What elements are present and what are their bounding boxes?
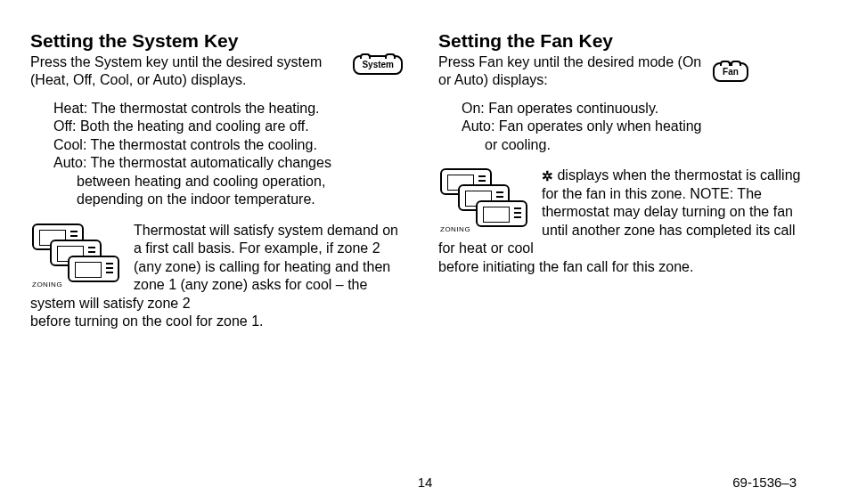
heading-fan-key: Setting the Fan Key bbox=[438, 30, 811, 52]
def-heat: Heat: The thermostat controls the heatin… bbox=[53, 100, 403, 118]
def-cool: Cool: The thermostat controls the coolin… bbox=[53, 136, 403, 154]
page-number: 14 bbox=[418, 475, 433, 490]
heading-system-key: Setting the System Key bbox=[30, 30, 403, 52]
def-auto-r-line1: Auto: Fan operates only when heating bbox=[462, 118, 811, 135]
zoning-paragraph-left: ZONING Thermostat will satisfy system de… bbox=[30, 222, 403, 331]
system-key-illustration: System bbox=[353, 55, 403, 75]
zoning-text-b-left: before turning on the cool for zone 1. bbox=[30, 313, 403, 330]
left-column: Setting the System Key Press the System … bbox=[30, 30, 403, 331]
zoning-paragraph-right: ZONING ✲ displays when the thermostat is… bbox=[438, 167, 811, 276]
two-column-layout: Setting the System Key Press the System … bbox=[30, 30, 811, 331]
fan-running-icon: ✲ bbox=[542, 167, 553, 184]
thermostat-icon bbox=[68, 256, 119, 282]
def-auto-line3: depending on the indoor temperature. bbox=[53, 191, 403, 208]
def-on: On: Fan operates continuously. bbox=[462, 100, 811, 118]
fan-key-label: Fan bbox=[713, 62, 748, 82]
intro-text-right: Press Fan key until the desired mode (On… bbox=[438, 53, 706, 89]
intro-row-right: Press Fan key until the desired mode (On… bbox=[438, 53, 811, 100]
definitions-right: On: Fan operates continuously. Auto: Fan… bbox=[438, 100, 811, 154]
def-off: Off: Both the heating and cooling are of… bbox=[53, 118, 403, 135]
zoning-icon-right: ZONING bbox=[440, 168, 533, 234]
definitions-left: Heat: The thermostat controls the heatin… bbox=[30, 100, 403, 209]
def-auto-line2: between heating and cooling operation, bbox=[53, 173, 403, 191]
intro-text-left: Press the System key until the desired s… bbox=[30, 53, 346, 89]
document-number: 69-1536–3 bbox=[732, 475, 797, 490]
def-auto-line1: Auto: The thermostat automatically chang… bbox=[53, 154, 403, 172]
system-key-label: System bbox=[353, 55, 403, 75]
right-column: Setting the Fan Key Press Fan key until … bbox=[438, 30, 811, 331]
zoning-label: ZONING bbox=[32, 280, 62, 289]
page: Setting the System Key Press the System … bbox=[0, 0, 850, 504]
intro-row-left: Press the System key until the desired s… bbox=[30, 53, 403, 100]
zoning-text-b-right: before initiating the fan call for this … bbox=[438, 258, 811, 276]
zoning-icon-left: ZONING bbox=[32, 224, 125, 289]
def-auto-r-line2: or cooling. bbox=[462, 136, 811, 154]
zoning-label: ZONING bbox=[440, 225, 470, 234]
page-footer: 14 69-1536–3 bbox=[0, 475, 850, 490]
thermostat-icon bbox=[476, 200, 527, 227]
fan-key-illustration: Fan bbox=[713, 62, 748, 82]
